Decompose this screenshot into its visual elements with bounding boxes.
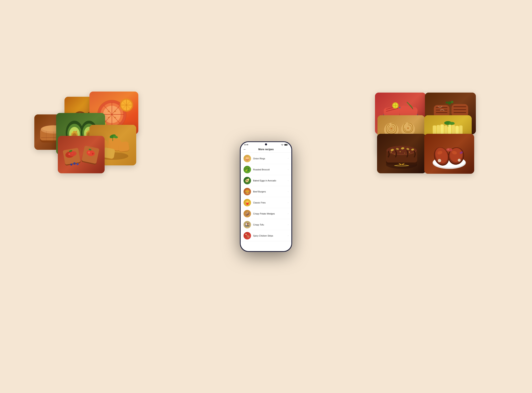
svg-point-92	[392, 102, 399, 109]
svg-point-160	[400, 151, 400, 152]
svg-line-96	[407, 102, 413, 109]
svg-point-173	[452, 150, 457, 155]
camera-hole	[265, 143, 267, 145]
svg-point-1	[74, 113, 86, 124]
svg-rect-88	[399, 106, 418, 119]
svg-rect-103	[434, 105, 449, 118]
svg-point-154	[390, 148, 394, 152]
svg-point-174	[446, 148, 452, 152]
svg-point-82	[77, 163, 79, 165]
chevron-icon-crispy-potato: ›	[288, 212, 288, 215]
svg-rect-142	[455, 126, 458, 145]
svg-point-50	[86, 130, 92, 139]
svg-rect-57	[95, 140, 109, 153]
svg-point-34	[41, 125, 67, 133]
battery-icon	[284, 144, 288, 146]
svg-point-178	[458, 159, 461, 162]
svg-rect-133	[437, 125, 440, 145]
food-card-steak	[425, 93, 476, 134]
svg-rect-143	[455, 126, 459, 144]
recipe-name-spicy-chicken: Spicy Chicken Strips	[253, 235, 286, 237]
svg-point-73	[71, 152, 74, 155]
svg-point-4	[86, 111, 99, 124]
svg-rect-132	[436, 125, 440, 145]
recipe-item-spicy-chicken[interactable]: 🍗Spicy Chicken Strips›	[241, 230, 291, 241]
svg-point-23	[121, 100, 132, 110]
svg-rect-87	[383, 107, 401, 118]
recipe-thumb-crispy-potato: 🥔	[244, 210, 251, 217]
svg-marker-9	[90, 112, 95, 118]
phone-mockup: 12:48	[240, 142, 292, 252]
svg-point-39	[42, 126, 65, 132]
svg-point-156	[401, 147, 404, 150]
chevron-icon-baked-eggs-avocado: ›	[288, 179, 288, 182]
svg-point-162	[394, 154, 395, 155]
svg-point-48	[82, 123, 96, 142]
svg-rect-64	[102, 147, 115, 159]
recipe-item-crispy-potato[interactable]: 🥔Crispy Potato Wedges›	[241, 208, 291, 219]
food-card-bruschetta	[58, 136, 105, 173]
svg-rect-59	[107, 138, 121, 152]
svg-rect-101	[434, 105, 449, 122]
svg-point-159	[390, 152, 392, 152]
svg-line-26	[123, 101, 130, 109]
recipe-item-classic-fries[interactable]: 🍟Classic Fries›	[241, 197, 291, 208]
svg-point-79	[69, 150, 73, 152]
svg-rect-58	[95, 140, 109, 153]
recipe-item-crispy-tofu[interactable]: 🍱Crispy Tofu›	[241, 219, 291, 230]
svg-rect-134	[440, 124, 443, 145]
svg-point-81	[73, 162, 76, 165]
svg-point-3	[78, 116, 82, 119]
svg-point-179	[459, 151, 463, 154]
svg-point-56	[97, 152, 128, 160]
svg-point-167	[432, 145, 451, 167]
chevron-icon-onion-rings: ›	[288, 157, 288, 160]
svg-rect-33	[40, 129, 67, 140]
svg-rect-139	[448, 125, 451, 145]
svg-point-70	[65, 151, 75, 158]
svg-point-19	[114, 111, 116, 112]
svg-point-164	[433, 157, 466, 169]
svg-rect-140	[451, 125, 455, 145]
svg-point-13	[103, 106, 121, 123]
svg-point-65	[109, 133, 116, 139]
food-card-fries-bg	[424, 115, 472, 154]
svg-rect-40	[62, 138, 99, 149]
svg-point-177	[438, 159, 441, 162]
svg-point-71	[69, 151, 77, 157]
svg-point-21	[114, 117, 116, 118]
svg-point-43	[67, 124, 82, 143]
svg-point-169	[437, 150, 443, 155]
status-icons	[281, 144, 288, 146]
svg-point-99	[409, 105, 412, 107]
svg-rect-102	[434, 105, 449, 121]
recipe-item-baked-eggs-avocado[interactable]: 🥑Baked Eggs in Avocado›	[241, 175, 291, 186]
food-card-chocolate-cake	[377, 134, 426, 173]
recipe-item-roasted-broccoli[interactable]: 🥦Roasted Broccoli›	[241, 164, 291, 175]
svg-point-153	[387, 146, 416, 154]
svg-point-72	[68, 153, 70, 155]
svg-point-149	[386, 160, 417, 169]
svg-point-113	[448, 101, 451, 105]
recipe-name-crispy-tofu: Crispy Tofu	[253, 223, 286, 226]
svg-rect-63	[102, 148, 115, 160]
svg-rect-108	[452, 104, 468, 120]
back-button[interactable]: ←	[243, 148, 246, 151]
svg-rect-68	[63, 148, 81, 166]
food-card-cookies	[377, 115, 425, 154]
svg-rect-35	[41, 137, 66, 138]
svg-rect-61	[118, 142, 130, 153]
recipe-item-onion-rings[interactable]: 🧅Onion Rings›	[241, 153, 291, 164]
recipe-item-beef-burgers[interactable]: 🍔Beef Burgers›	[241, 186, 291, 197]
svg-point-46	[72, 133, 77, 139]
chevron-icon-beef-burgers: ›	[288, 190, 288, 193]
svg-point-129	[407, 127, 409, 129]
svg-point-147	[449, 122, 455, 125]
svg-point-6	[90, 114, 95, 120]
svg-point-80	[88, 148, 92, 151]
svg-point-125	[384, 122, 399, 138]
svg-point-49	[84, 127, 94, 140]
svg-point-127	[390, 128, 392, 130]
svg-point-161	[409, 152, 410, 152]
svg-point-175	[447, 148, 449, 150]
